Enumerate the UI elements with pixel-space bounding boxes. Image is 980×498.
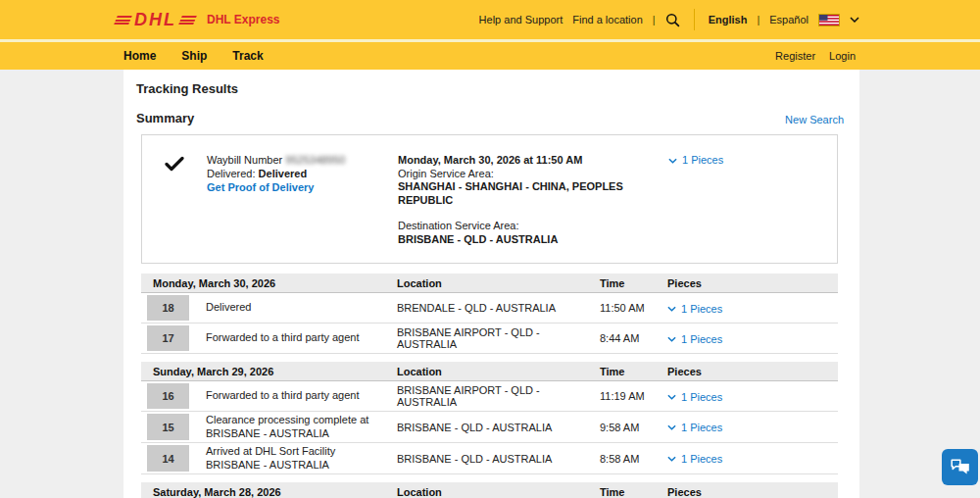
delivered-check-icon [165, 156, 184, 172]
table-row: 16Forwarded to a third party agentBRISBA… [141, 381, 838, 412]
pieces-toggle[interactable]: 1 Pieces [667, 453, 722, 465]
divider: | [653, 14, 656, 25]
checkpoint-location: BRISBANE AIRPORT - QLD - AUSTRALIA [397, 384, 600, 408]
summary-title: Summary [136, 111, 194, 125]
checkpoint-status: Arrived at DHL Sort Facility BRISBANE - … [206, 445, 397, 472]
chevron-down-icon [667, 336, 676, 342]
pieces-header: Pieces [667, 486, 838, 498]
summary-box: Waybill Number 9525348950 Delivered: Del… [141, 134, 838, 264]
waybill-line: Waybill Number 9525348950 [207, 154, 398, 168]
destination-label: Destination Service Area: [398, 220, 668, 233]
checkpoint-status: Delivered [206, 301, 397, 315]
dhl-speedlines-icon [114, 16, 132, 25]
checkpoint-location: BRISBANE - QLD - AUSTRALIA [397, 453, 600, 465]
chevron-down-icon [667, 394, 676, 400]
table-header-row: Monday, March 30, 2026LocationTimePieces [141, 274, 838, 293]
checkpoint-location: BRISBANE AIRPORT - QLD - AUSTRALIA [397, 326, 600, 350]
time-header: Time [600, 277, 667, 289]
new-search-link[interactable]: New Search [785, 114, 844, 125]
top-header: DHL DHL Express Help and Support Find a … [0, 0, 980, 39]
checkpoint-time: 8:44 AM [600, 332, 667, 344]
checkpoint-number: 17 [147, 325, 189, 351]
chevron-down-icon [850, 17, 859, 23]
brand-name: DHL Express [207, 13, 279, 26]
chat-button[interactable] [942, 449, 978, 485]
nav-bar: Home Ship Track Register Login [0, 42, 980, 70]
checkpoint-status: Clearance processing complete at BRISBAN… [206, 414, 397, 440]
nav-item-track[interactable]: Track [232, 49, 263, 63]
chat-bubbles-icon [950, 458, 971, 476]
pieces-toggle[interactable]: 1 Pieces [667, 391, 722, 403]
main-area: Tracking Results Summary New Search Wayb… [0, 70, 980, 498]
table-header-row: Sunday, March 29, 2026LocationTimePieces [141, 362, 838, 381]
date-header: Saturday, March 28, 2026 [153, 486, 397, 498]
nav-item-ship[interactable]: Ship [181, 49, 207, 63]
table-header-row: Saturday, March 28, 2026LocationTimePiec… [141, 482, 838, 498]
language-english[interactable]: English [709, 14, 748, 25]
tracking-day-section: Saturday, March 28, 2026LocationTimePiec… [141, 482, 838, 498]
checkpoint-number: 18 [147, 295, 189, 321]
search-icon [665, 13, 680, 27]
page-title: Tracking Results [123, 81, 859, 96]
divider [694, 9, 695, 30]
nav-item-home[interactable]: Home [123, 49, 156, 63]
summary-pieces-toggle[interactable]: 1 Pieces [668, 154, 723, 168]
pieces-toggle[interactable]: 1 Pieces [667, 303, 722, 315]
help-support-link[interactable]: Help and Support [479, 14, 564, 25]
checkpoint-number: 14 [147, 445, 189, 472]
delivery-datetime: Monday, March 30, 2026 at 11:50 AM [398, 154, 668, 168]
dhl-wordmark: DHL [134, 11, 176, 28]
time-header: Time [600, 486, 667, 498]
checkpoint-number: 16 [147, 383, 189, 409]
location-header: Location [397, 277, 600, 289]
tracking-day-section: Sunday, March 29, 2026LocationTimePieces… [141, 362, 838, 474]
delivery-status: Delivered: Delivered [207, 168, 398, 181]
checkpoint-status: Forwarded to a third party agent [206, 389, 397, 403]
location-header: Location [397, 486, 600, 498]
content-card: Tracking Results Summary New Search Wayb… [123, 70, 859, 498]
pieces-header: Pieces [667, 277, 838, 289]
pieces-toggle[interactable]: 1 Pieces [667, 422, 722, 433]
tracking-table: Monday, March 30, 2026LocationTimePieces… [141, 274, 838, 498]
tracking-day-section: Monday, March 30, 2026LocationTimePieces… [141, 274, 838, 354]
chevron-down-icon [667, 456, 676, 462]
origin-value: SHANGHAI - SHANGHAI - CHINA, PEOPLES REP… [398, 180, 668, 207]
login-link[interactable]: Login [829, 50, 856, 62]
divider: | [757, 14, 760, 25]
chevron-down-icon [667, 306, 676, 312]
waybill-number: 9525348950 [285, 154, 345, 166]
language-dropdown[interactable] [850, 17, 859, 23]
table-row: 15Clearance processing complete at BRISB… [141, 412, 838, 443]
table-row: 18DeliveredBRENDALE - QLD - AUSTRALIA11:… [141, 293, 838, 324]
pieces-header: Pieces [667, 366, 838, 377]
table-row: 17Forwarded to a third party agentBRISBA… [141, 324, 838, 354]
checkpoint-number: 15 [147, 414, 189, 440]
language-spanish[interactable]: Español [769, 14, 808, 25]
checkpoint-time: 11:19 AM [600, 390, 667, 402]
origin-label: Origin Service Area: [398, 168, 668, 181]
chevron-down-icon [668, 158, 677, 164]
search-button[interactable] [665, 13, 680, 27]
proof-of-delivery-link[interactable]: Get Proof of Delivery [207, 181, 314, 195]
checkpoint-time: 8:58 AM [600, 453, 667, 465]
location-header: Location [397, 366, 600, 377]
checkpoint-time: 11:50 AM [600, 302, 667, 314]
us-flag-icon[interactable] [818, 14, 840, 26]
chevron-down-icon [667, 424, 676, 430]
time-header: Time [600, 366, 667, 377]
table-row: 14Arrived at DHL Sort Facility BRISBANE … [141, 443, 838, 474]
date-header: Sunday, March 29, 2026 [153, 366, 397, 377]
checkpoint-time: 9:58 AM [600, 422, 667, 433]
checkpoint-status: Forwarded to a third party agent [206, 331, 397, 345]
checkpoint-location: BRENDALE - QLD - AUSTRALIA [397, 302, 600, 314]
register-link[interactable]: Register [775, 50, 815, 62]
find-location-link[interactable]: Find a location [572, 14, 643, 25]
dhl-logo[interactable]: DHL DHL Express [116, 11, 279, 28]
checkpoint-location: BRISBANE - QLD - AUSTRALIA [397, 422, 600, 433]
pieces-toggle[interactable]: 1 Pieces [667, 333, 722, 345]
date-header: Monday, March 30, 2026 [153, 277, 397, 289]
destination-value: BRISBANE - QLD - AUSTRALIA [398, 233, 668, 247]
dhl-speedlines-icon [178, 16, 197, 25]
